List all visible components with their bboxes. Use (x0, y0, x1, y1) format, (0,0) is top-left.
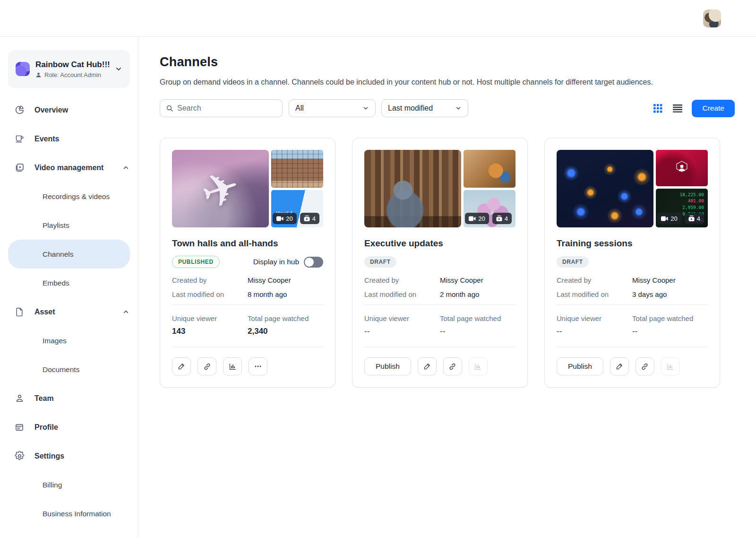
total-watched-value: -- (632, 327, 708, 336)
sidebar-item-recordings-videos[interactable]: Recordings & videos (8, 182, 130, 211)
playlist-count-badge: 4 (300, 213, 319, 224)
airplane-image: ✈ (195, 163, 245, 217)
playlist-icon (496, 216, 502, 221)
copy-link-button[interactable] (198, 357, 216, 375)
modified-value: 2 month ago (440, 290, 479, 298)
status-badge: DRAFT (364, 256, 396, 268)
search-box (160, 99, 283, 117)
main-content: Channels Group on demand videos in a cha… (138, 37, 756, 538)
video-count-badge: 20 (465, 213, 489, 224)
user-avatar[interactable] (703, 9, 721, 27)
channel-card: 18,225.00 401.00 2,959.00 9,741.00 233,6… (544, 138, 720, 388)
channel-thumbnail[interactable]: 18,225.00 401.00 2,959.00 9,741.00 233,6… (557, 150, 708, 227)
status-badge: PUBLISHED (172, 256, 220, 268)
copy-link-button[interactable] (636, 357, 654, 375)
grid-view-button[interactable] (653, 103, 663, 114)
modified-label: Last modified on (557, 290, 632, 298)
thumbnail-image-top (464, 150, 515, 188)
page-title: Channels (160, 55, 735, 69)
divider (557, 304, 708, 305)
analytics-button[interactable] (223, 357, 242, 375)
playlist-count-badge: 4 (685, 213, 704, 224)
sidebar-item-overview[interactable]: Overview (0, 95, 138, 124)
analytics-icon (229, 363, 237, 371)
unique-viewer-value: 143 (172, 327, 248, 336)
grid-view-icon (653, 104, 662, 113)
publish-button[interactable]: Publish (364, 357, 411, 375)
more-button[interactable] (249, 357, 267, 375)
video-count-badge: 20 (657, 213, 681, 224)
unique-viewer-label: Unique viewer (172, 314, 248, 322)
total-watched-label: Total page watched (248, 314, 323, 322)
sidebar-nav: Overview Events Video management Recordi… (0, 95, 138, 528)
created-by-value: Missy Cooper (632, 276, 676, 284)
created-by-value: Missy Cooper (440, 276, 483, 284)
edit-button[interactable] (172, 357, 191, 375)
gear-icon (14, 451, 25, 461)
thumbnail-image-main (557, 150, 653, 227)
modified-value: 3 days ago (632, 290, 667, 298)
video-count-badge: 20 (273, 213, 296, 224)
unique-viewer-label: Unique viewer (364, 314, 440, 322)
total-watched-value: 2,340 (248, 327, 323, 336)
sidebar-item-documents[interactable]: Documents (8, 355, 130, 384)
sidebar-item-events[interactable]: Events (0, 124, 138, 153)
playlist-icon (688, 216, 695, 221)
list-view-button[interactable] (672, 103, 683, 113)
team-icon (14, 393, 25, 404)
sidebar-item-asset[interactable]: Asset (0, 297, 138, 326)
pie-chart-icon (14, 105, 25, 115)
channel-card: 20 4 Executive updates DRAFT Created byM… (352, 138, 528, 388)
copy-link-button[interactable] (443, 357, 462, 375)
sort-select[interactable]: Last modified (381, 99, 468, 117)
display-in-hub-toggle[interactable] (304, 257, 323, 268)
create-button[interactable]: Create (692, 100, 735, 117)
thumbnail-image-top (271, 150, 323, 188)
sidebar-item-embeds[interactable]: Embeds (8, 269, 130, 297)
sidebar: Rainbow Cat Hub!!! Role: Account Admin O… (0, 37, 138, 538)
link-icon (203, 363, 211, 371)
unique-viewer-value: -- (557, 327, 632, 336)
workspace-avatar (16, 62, 30, 76)
channel-thumbnail[interactable]: 20 4 (364, 150, 515, 227)
sidebar-item-business-information[interactable]: Business Information (8, 499, 130, 528)
camera-icon (276, 216, 284, 221)
divider (364, 347, 515, 347)
sidebar-item-channels[interactable]: Channels (8, 240, 130, 269)
list-view-icon (673, 104, 682, 113)
playlist-count-badge: 4 (492, 213, 512, 224)
channel-thumbnail[interactable]: ✈ Visual d for the b 20 (172, 150, 323, 227)
thumbnail-image-main: ✈ (172, 150, 269, 227)
sidebar-item-playlists[interactable]: Playlists (8, 211, 130, 240)
edit-icon (423, 363, 431, 370)
modified-label: Last modified on (172, 290, 248, 298)
edit-button[interactable] (610, 357, 629, 375)
divider (172, 347, 323, 347)
edit-icon (178, 363, 185, 370)
more-icon (254, 363, 262, 370)
sidebar-item-video-management[interactable]: Video management (0, 153, 138, 182)
status-badge: DRAFT (557, 256, 589, 268)
sidebar-item-team[interactable]: Team (0, 384, 138, 413)
analytics-button (469, 357, 488, 375)
edit-button[interactable] (418, 357, 437, 375)
link-icon (448, 363, 456, 371)
sidebar-item-billing[interactable]: Billing (8, 470, 130, 499)
created-by-label: Created by (172, 276, 248, 284)
chevron-down-icon (362, 105, 369, 112)
workspace-selector[interactable]: Rainbow Cat Hub!!! Role: Account Admin (8, 50, 130, 88)
publish-button[interactable]: Publish (557, 357, 603, 375)
search-input[interactable] (177, 104, 276, 113)
person-icon (35, 72, 42, 78)
chevron-down-icon (455, 105, 462, 112)
sidebar-item-images[interactable]: Images (8, 326, 130, 355)
channel-title: Executive updates (364, 238, 515, 249)
type-filter-select[interactable]: All (289, 99, 376, 117)
created-by-label: Created by (557, 276, 632, 284)
sidebar-item-profile[interactable]: Profile (0, 413, 138, 442)
sidebar-item-settings[interactable]: Settings (0, 442, 138, 470)
analytics-icon (474, 363, 482, 371)
events-icon (14, 134, 25, 144)
edit-icon (616, 363, 623, 370)
playlist-icon (304, 216, 310, 221)
